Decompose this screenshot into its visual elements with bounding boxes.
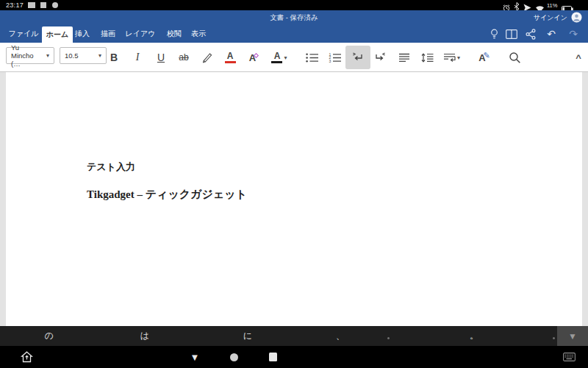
document-title: 文書 - 保存済み bbox=[0, 10, 588, 25]
chevron-down-icon: ▾ bbox=[457, 54, 460, 61]
clock-text: 23:17 bbox=[6, 1, 24, 9]
pen-icon: ✎ bbox=[484, 51, 490, 60]
battery-percent-text: 11% bbox=[547, 2, 557, 9]
shading-letter: A bbox=[274, 52, 281, 60]
status-bar: 23:17 11% bbox=[0, 0, 588, 10]
home-launcher-icon[interactable] bbox=[19, 346, 34, 368]
notification-icon bbox=[40, 2, 46, 8]
redo-icon[interactable]: ↷ bbox=[566, 25, 581, 43]
svg-text:3: 3 bbox=[329, 59, 331, 63]
sign-in-label: サインイン bbox=[534, 13, 567, 23]
clear-formatting-button[interactable]: A bbox=[243, 46, 264, 69]
tab-layout[interactable]: レイアウト bbox=[122, 25, 159, 43]
font-color-button[interactable]: A bbox=[220, 46, 240, 69]
undo-icon[interactable]: ↶ bbox=[544, 25, 559, 43]
share-icon[interactable] bbox=[523, 25, 538, 43]
chevron-up-icon: ^ bbox=[576, 52, 581, 63]
chevron-down-icon: ▾ bbox=[98, 52, 101, 59]
sign-in-button[interactable]: サインイン bbox=[534, 10, 582, 25]
bullet-list-button[interactable] bbox=[302, 46, 323, 69]
recents-button[interactable] bbox=[264, 346, 282, 368]
document-canvas: テスト入力 Tikgadget – ティックガジェット bbox=[0, 72, 588, 326]
recents-square-icon bbox=[269, 353, 277, 361]
search-icon[interactable] bbox=[504, 46, 525, 69]
suggestion-separator-dot bbox=[553, 337, 555, 339]
line-spacing-button[interactable] bbox=[417, 46, 437, 69]
numbered-list-button[interactable]: 123 bbox=[325, 46, 345, 69]
line-break-button[interactable] bbox=[370, 46, 390, 69]
document-page[interactable]: テスト入力 Tikgadget – ティックガジェット bbox=[6, 72, 582, 326]
eraser-diamond-icon bbox=[254, 52, 259, 57]
avatar[interactable] bbox=[571, 12, 582, 24]
font-color-red-bar bbox=[225, 61, 236, 64]
keyboard-icon[interactable] bbox=[562, 346, 576, 368]
font-name-value: Yu Mincho (… bbox=[11, 43, 43, 68]
title-bar: 文書 - 保存済み サインイン bbox=[0, 10, 588, 25]
chevron-down-icon: ▾ bbox=[46, 52, 49, 59]
highlighter-icon[interactable] bbox=[197, 46, 218, 69]
tab-view[interactable]: 表示 bbox=[184, 25, 213, 43]
formatting-toolbar: Yu Mincho (… ▾ 10.5 ▾ B I U ab A A A ▾ 1… bbox=[0, 43, 588, 72]
word-android-screen: 23:17 11% 文書 - 保存済み サインイン ファ bbox=[0, 0, 588, 368]
ime-suggestion-bar: の は に 、 。 ▼ bbox=[0, 326, 588, 346]
chevron-down-icon: ▾ bbox=[284, 54, 287, 61]
notification-icon bbox=[52, 2, 58, 8]
suggestion-candidate[interactable]: 。 bbox=[463, 326, 485, 346]
document-text-line[interactable]: テスト入力 bbox=[87, 160, 135, 174]
hide-keyboard-button[interactable]: ▼ bbox=[557, 326, 588, 346]
book-icon[interactable] bbox=[504, 25, 519, 43]
notification-icon bbox=[28, 2, 35, 8]
strikethrough-button[interactable]: ab bbox=[179, 52, 188, 63]
text-effects-button[interactable]: A✎ bbox=[474, 46, 495, 69]
collapse-ribbon-button[interactable]: ^ bbox=[568, 46, 588, 69]
underline-button[interactable]: U bbox=[157, 52, 165, 63]
suggestion-candidate[interactable]: の bbox=[38, 326, 60, 346]
shading-black-bar bbox=[271, 61, 282, 64]
paragraph-options-button[interactable]: ▾ bbox=[440, 46, 465, 69]
italic-button[interactable]: I bbox=[136, 52, 140, 63]
home-button[interactable] bbox=[225, 346, 243, 368]
tab-insert[interactable]: 挿入 bbox=[68, 25, 97, 43]
suggestion-candidate[interactable]: は bbox=[134, 326, 156, 346]
suggestion-candidate[interactable]: 、 bbox=[329, 326, 351, 346]
home-circle-icon bbox=[230, 353, 238, 361]
paragraph-mark-toggle-button[interactable] bbox=[345, 46, 370, 69]
back-button[interactable]: ▼ bbox=[185, 346, 204, 368]
document-text-line[interactable]: Tikgadget – ティックガジェット bbox=[87, 188, 247, 202]
suggestion-separator-dot bbox=[387, 337, 390, 339]
font-color-letter: A bbox=[227, 52, 234, 60]
font-name-dropdown[interactable]: Yu Mincho (… ▾ bbox=[6, 47, 54, 64]
tab-draw[interactable]: 描画 bbox=[93, 25, 123, 43]
tab-file[interactable]: ファイル bbox=[6, 25, 41, 43]
android-nav-bar: ▼ bbox=[0, 346, 588, 368]
text-shading-button[interactable]: A ▾ bbox=[266, 46, 293, 69]
bold-button[interactable]: B bbox=[110, 52, 118, 63]
suggestion-candidate[interactable]: に bbox=[237, 326, 259, 346]
ribbon-tab-row: ファイル ホーム 挿入 描画 レイアウト 校閲 表示 ↶ ↷ bbox=[0, 25, 588, 43]
font-size-value: 10.5 bbox=[65, 52, 79, 60]
align-justify-button[interactable] bbox=[394, 46, 415, 69]
font-size-dropdown[interactable]: 10.5 ▾ bbox=[60, 47, 107, 64]
lightbulb-icon[interactable] bbox=[487, 25, 501, 43]
